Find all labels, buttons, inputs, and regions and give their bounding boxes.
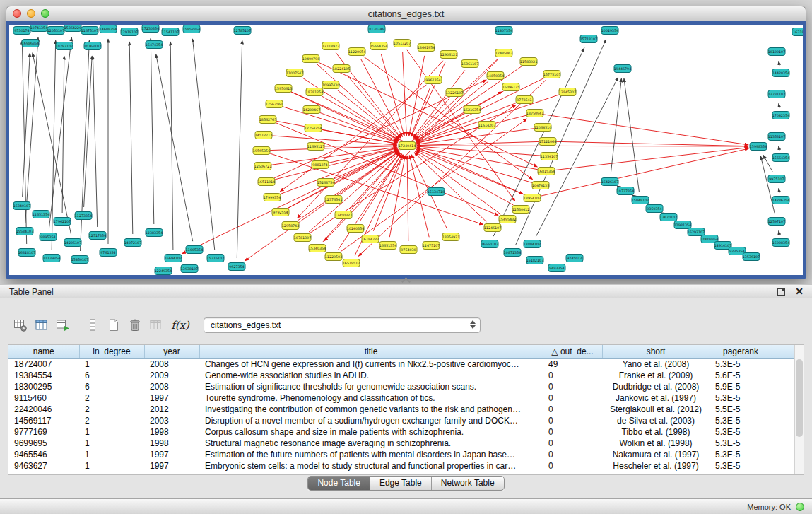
float-panel-icon[interactable] [777, 288, 785, 296]
graph-node[interactable]: 9881374 [312, 161, 329, 169]
graph-node[interactable]: 10871354 [504, 249, 521, 257]
cell-name[interactable]: 9699695 [8, 438, 79, 449]
cell-name[interactable]: 9463627 [8, 460, 79, 472]
cell-out_degree[interactable]: 0 [543, 426, 602, 438]
cell-out_degree[interactable]: 0 [543, 381, 602, 392]
cell-name[interactable]: 9115460 [8, 392, 79, 404]
table-row[interactable]: 969969511998Structural magnetic resonanc… [8, 438, 796, 449]
graph-node[interactable]: 14512712 [255, 132, 272, 139]
graph-node[interactable]: 12376541 [325, 196, 342, 204]
cell-pagerank[interactable]: 5.5E-5 [710, 404, 772, 415]
graph-node[interactable]: 16184722 [362, 235, 379, 243]
graph-node[interactable]: 12785107 [234, 27, 251, 35]
graph-node[interactable]: 14200467 [303, 106, 320, 114]
table-mode-icon[interactable] [10, 316, 31, 334]
graph-node[interactable]: 10997430 [322, 81, 339, 89]
graph-node[interactable]: 17485063 [495, 49, 512, 57]
graph-node[interactable]: 15450107 [71, 256, 88, 264]
graph-node[interactable]: 12530412 [512, 206, 529, 214]
graph-node[interactable]: 12958742 [282, 222, 299, 230]
graph-node[interactable]: 9754030 [400, 246, 417, 254]
graph-node[interactable]: 14072107 [124, 239, 141, 247]
table-scrollbar-thumb[interactable] [796, 359, 803, 437]
graph-node[interactable]: 11007547 [286, 69, 303, 77]
function-builder-icon[interactable]: f(x) [167, 316, 194, 334]
cell-in_degree[interactable]: 2 [79, 404, 144, 415]
graph-node[interactable]: 18354921 [442, 233, 459, 241]
graph-node[interactable]: 17042354 [772, 112, 789, 119]
cell-title[interactable]: Estimation of the future numbers of pati… [199, 449, 543, 460]
cell-name[interactable]: 18724007 [8, 358, 79, 370]
graph-node[interactable]: 17999354 [264, 194, 281, 201]
graph-node[interactable]: 11981354 [674, 221, 691, 229]
cell-title[interactable]: Corpus callosum shape and size in male p… [199, 426, 543, 438]
graph-node[interactable]: 9627354 [228, 263, 245, 271]
delete-table-icon[interactable] [124, 316, 146, 334]
table-row[interactable]: 1872400712008Changes of HCN gene express… [8, 358, 796, 370]
graph-node[interactable]: 11246107 [484, 224, 501, 232]
graph-node[interactable]: 15268754 [317, 179, 334, 187]
cell-short[interactable]: Franke et al. (2009) [602, 370, 710, 381]
graph-node[interactable]: 17450321 [335, 211, 352, 219]
cell-pagerank[interactable]: 5.6E-5 [710, 370, 772, 381]
graph-node[interactable]: 13804107 [524, 240, 541, 248]
cell-short[interactable]: Nakamura et al. (1997) [602, 449, 710, 460]
cell-in_degree[interactable]: 6 [79, 381, 144, 392]
network-window-titlebar[interactable]: citations_edges.txt [6, 6, 806, 21]
cell-pagerank[interactable]: 5.3E-5 [710, 415, 772, 426]
cell-title[interactable]: Estimation of significance thresholds fo… [199, 381, 543, 392]
graph-node[interactable]: 9761354 [100, 249, 117, 257]
cell-out_degree[interactable]: 0 [543, 392, 602, 404]
graph-node[interactable]: 17962107 [54, 218, 71, 226]
cell-short[interactable]: Hescheler et al. (1997) [602, 460, 710, 472]
graph-node[interactable]: 18954107 [524, 194, 541, 202]
graph-node[interactable]: 13536107 [743, 253, 760, 261]
graph-node[interactable]: 16340107 [13, 202, 30, 210]
cell-name[interactable]: 19384554 [8, 370, 79, 381]
column-header-year[interactable]: year [144, 345, 199, 358]
cell-year[interactable]: 1997 [144, 392, 199, 404]
table-row[interactable]: 911546021997Tourette syndrome. Phenomeno… [8, 392, 796, 404]
graph-node[interactable]: 16511014 [258, 178, 275, 186]
graph-node[interactable]: 18224105 [333, 65, 350, 73]
graph-node[interactable]: 10163107 [84, 42, 101, 50]
cell-year[interactable]: 1997 [144, 460, 199, 472]
cell-out_degree[interactable]: 0 [543, 460, 602, 472]
column-header-out_degree[interactable]: △ out_de... [543, 345, 602, 358]
cell-pagerank[interactable]: 5.9E-5 [710, 381, 772, 392]
panel-splitter-handle[interactable] [399, 278, 412, 284]
cell-short[interactable]: Stergiakouli et al. (2012) [602, 404, 710, 415]
graph-node[interactable]: 11354107 [541, 153, 558, 160]
column-header-title[interactable]: title [199, 345, 543, 358]
cell-pagerank[interactable]: 5.3E-5 [710, 438, 772, 449]
graph-node[interactable]: 12064510 [534, 124, 551, 132]
cell-name[interactable]: 14569117 [8, 415, 79, 426]
graph-node[interactable]: 12517354 [89, 232, 106, 240]
graph-node[interactable]: 11220654 [348, 48, 365, 56]
network-table-selector[interactable]: citations_edges.txt [204, 317, 481, 333]
cell-year[interactable]: 1997 [144, 449, 199, 460]
cell-title[interactable]: Investigating the contribution of common… [199, 404, 543, 415]
cell-short[interactable]: Wolkin et al. (1998) [602, 438, 710, 449]
graph-node[interactable]: 15998354 [750, 143, 767, 151]
graph-node[interactable]: 11005354 [186, 246, 203, 254]
graph-node[interactable]: 16292107 [688, 228, 705, 236]
graph-node[interactable]: 9530174 [13, 27, 30, 35]
graph-node[interactable]: 12118972 [322, 42, 339, 50]
graph-node[interactable]: 18750941 [526, 110, 543, 117]
table-row[interactable]: 1830029562008Estimation of significance … [8, 381, 796, 392]
graph-node[interactable]: 10297107 [56, 42, 73, 50]
graph-node[interactable]: 10029354 [601, 27, 618, 35]
graph-node[interactable]: 12919107 [121, 28, 138, 36]
cell-out_degree[interactable]: 0 [543, 370, 602, 381]
graph-node[interactable]: 13938107 [181, 265, 198, 273]
table-row[interactable]: 977716911998Corpus callosum shape and si… [8, 426, 796, 438]
graph-node[interactable]: 12906121 [440, 51, 457, 59]
cell-out_degree[interactable]: 0 [543, 449, 602, 460]
graph-node[interactable]: 12053107 [47, 27, 64, 35]
graph-node[interactable]: 14206107 [64, 239, 81, 247]
graph-node[interactable]: 9245012 [566, 255, 583, 262]
graph-node[interactable]: 13226107 [446, 89, 463, 97]
table-row[interactable]: 946554611997Estimation of the future num… [8, 449, 796, 460]
cell-short[interactable]: Tibbo et al. (1998) [602, 426, 710, 438]
